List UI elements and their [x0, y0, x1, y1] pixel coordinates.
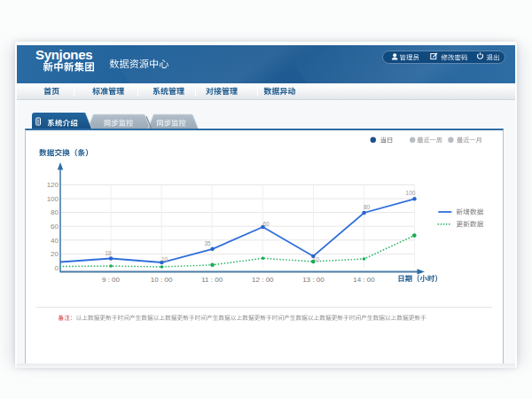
svg-text:120: 120	[47, 181, 59, 189]
svg-text:18: 18	[105, 250, 112, 256]
svg-text:60: 60	[262, 221, 270, 227]
svg-text:10 : 00: 10 : 00	[151, 276, 173, 284]
svg-text:13 : 00: 13 : 00	[302, 276, 325, 284]
svg-text:11 : 00: 11 : 00	[201, 276, 223, 284]
svg-text:14 : 00: 14 : 00	[353, 276, 375, 284]
svg-text:60: 60	[51, 223, 59, 231]
svg-text:100: 100	[406, 190, 416, 196]
svg-text:80: 80	[51, 208, 59, 216]
svg-text:0: 0	[55, 264, 59, 272]
svg-text:10: 10	[161, 256, 168, 262]
svg-text:100: 100	[47, 195, 59, 203]
svg-text:40: 40	[51, 237, 59, 245]
svg-text:9 : 00: 9 : 00	[102, 276, 121, 284]
svg-text:20: 20	[51, 250, 59, 258]
svg-text:35: 35	[204, 240, 211, 246]
svg-text:12 : 00: 12 : 00	[252, 276, 274, 284]
svg-text:10: 10	[313, 256, 320, 262]
svg-text:80: 80	[364, 204, 371, 210]
